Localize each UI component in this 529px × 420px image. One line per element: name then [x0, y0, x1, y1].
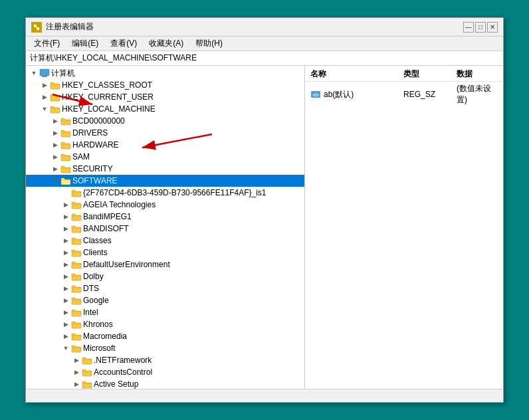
- expand-btn[interactable]: ▶: [39, 92, 50, 102]
- menu-help[interactable]: 帮助(H): [190, 37, 228, 51]
- tree-item-label: Classes: [83, 236, 302, 245]
- expand-btn[interactable]: ▶: [60, 319, 71, 330]
- tree-item-classes[interactable]: ▶ Classes: [26, 235, 304, 247]
- expand-btn[interactable]: ▶: [39, 80, 50, 90]
- folder-icon: [71, 320, 82, 329]
- svg-text:ab: ab: [313, 92, 319, 98]
- expand-btn[interactable]: ▶: [71, 379, 82, 389]
- expand-btn[interactable]: ▶: [50, 163, 60, 174]
- tree-item-label: BandiMPEG1: [83, 212, 302, 221]
- window-title: 注册表编辑器: [46, 21, 94, 33]
- tree-item-dolby[interactable]: ▶ Dolby: [26, 270, 304, 282]
- tree-item-label: SECURITY: [72, 164, 302, 173]
- expand-btn[interactable]: ▶: [50, 128, 60, 138]
- registry-value-row[interactable]: ab ab(默认) REG_SZ (数值未设置): [305, 82, 503, 107]
- expand-btn[interactable]: ▶: [60, 295, 71, 306]
- tree-item-intel[interactable]: ▶ Intel: [26, 306, 304, 318]
- collapse-btn[interactable]: ▼: [29, 68, 39, 78]
- folder-icon: [71, 284, 82, 293]
- tree-item-bandimpeg1[interactable]: ▶ BandiMPEG1: [26, 211, 304, 223]
- status-bar: [26, 389, 503, 402]
- tree-item-label: Active Setup: [94, 379, 302, 389]
- expand-btn[interactable]: ▶: [60, 259, 71, 270]
- tree-item-sam[interactable]: ▶ SAM: [26, 151, 304, 163]
- tree-item-bcd00000000[interactable]: ▶ BCD00000000: [26, 115, 304, 127]
- tree-item-label: BCD00000000: [72, 116, 302, 126]
- tree-item-dts[interactable]: ▶ DTS: [26, 282, 304, 294]
- menu-file[interactable]: 文件(F): [29, 37, 65, 51]
- expand-btn[interactable]: ▶: [50, 152, 60, 162]
- tree-item-google[interactable]: ▶ Google: [26, 294, 304, 306]
- expand-btn[interactable]: ▶: [60, 283, 71, 294]
- tree-item-bandisoft[interactable]: ▶ BANDISOFT: [26, 223, 304, 235]
- tree-item-guid[interactable]: {2F767CD4-6DB3-459D-B730-9566FE11F4AF}_i…: [26, 187, 304, 199]
- menu-favorites[interactable]: 收藏夹(A): [144, 37, 189, 51]
- expand-btn[interactable]: ▶: [60, 271, 71, 282]
- expand-btn[interactable]: ▶: [50, 116, 60, 126]
- expand-btn[interactable]: ▶: [60, 307, 71, 318]
- tree-item-drivers[interactable]: ▶ DRIVERS: [26, 127, 304, 139]
- main-content: ▼ 计算机▶ HKEY_CLASSES_ROOT▶ HKEY_CURRENT_U…: [26, 66, 503, 389]
- tree-item-label: HKEY_CLASSES_ROOT: [62, 80, 302, 90]
- svg-rect-4: [42, 76, 47, 77]
- tree-item-hkey_current_user[interactable]: ▶ HKEY_CURRENT_USER: [26, 91, 304, 103]
- folder-icon: [71, 272, 82, 281]
- tree-item-active_setup[interactable]: ▶ Active Setup: [26, 378, 304, 389]
- folder-icon: [60, 140, 71, 150]
- folder-icon: [71, 188, 82, 197]
- folder-icon: [71, 332, 82, 341]
- tree-item-label: Clients: [83, 248, 302, 257]
- expand-btn[interactable]: ▶: [60, 331, 71, 342]
- expand-btn[interactable]: ▶: [60, 199, 71, 210]
- tree-item-accountscontrol[interactable]: ▶ AccountsControl: [26, 366, 304, 378]
- close-button[interactable]: ✕: [487, 22, 498, 33]
- title-bar-left: 注册表编辑器: [31, 21, 94, 33]
- expand-btn[interactable]: ▶: [60, 247, 71, 258]
- expand-btn[interactable]: ▶: [50, 140, 60, 150]
- tree-item-security[interactable]: ▶ SECURITY: [26, 163, 304, 175]
- title-bar: 注册表编辑器 — □ ✕: [26, 18, 503, 37]
- folder-icon: [71, 308, 82, 317]
- tree-pane[interactable]: ▼ 计算机▶ HKEY_CLASSES_ROOT▶ HKEY_CURRENT_U…: [26, 66, 305, 389]
- menu-edit[interactable]: 编辑(E): [66, 37, 104, 51]
- value-type: REG_SZ: [403, 90, 457, 99]
- expand-btn[interactable]: ▶: [71, 367, 82, 377]
- collapse-btn[interactable]: ▼: [60, 343, 71, 354]
- minimize-button[interactable]: —: [463, 22, 474, 33]
- folder-icon: [71, 224, 82, 233]
- tree-item-microsoft[interactable]: ▼ Microsoft: [26, 342, 304, 354]
- menu-view[interactable]: 查看(V): [105, 37, 142, 51]
- registry-editor-window: 注册表编辑器 — □ ✕ 文件(F) 编辑(E) 查看(V) 收藏夹(A) 帮助…: [25, 17, 504, 403]
- tree-item-ageia[interactable]: ▶ AGEIA Technologies: [26, 199, 304, 211]
- tree-item-clients[interactable]: ▶ Clients: [26, 247, 304, 259]
- tree-item-computer[interactable]: ▼ 计算机: [26, 67, 304, 79]
- collapse-btn[interactable]: ▼: [50, 175, 60, 186]
- value-data: (数值未设置): [457, 83, 498, 106]
- right-pane-header: 名称 类型 数据: [305, 67, 503, 82]
- tree-item-label: Google: [83, 296, 302, 305]
- tree-item-label: Dolby: [83, 272, 302, 281]
- tree-item-label: HKEY_CURRENT_USER: [62, 92, 302, 102]
- expand-btn[interactable]: ▶: [60, 211, 71, 222]
- tree-item-software[interactable]: ▼ SOFTWARE: [26, 175, 304, 187]
- folder-icon: [60, 116, 71, 126]
- expand-btn[interactable]: ▶: [71, 355, 82, 366]
- tree-item-label: BANDISOFT: [83, 224, 302, 233]
- tree-item-netframework[interactable]: ▶ .NETFramework: [26, 354, 304, 366]
- expand-btn[interactable]: ▶: [60, 223, 71, 234]
- tree-item-macromedia[interactable]: ▶ Macromedia: [26, 330, 304, 342]
- tree-item-label: {2F767CD4-6DB3-459D-B730-9566FE11F4AF}_i…: [83, 188, 302, 197]
- tree-item-hardware[interactable]: ▶ HARDWARE: [26, 139, 304, 151]
- tree-item-hkey_local_machine[interactable]: ▼ HKEY_LOCAL_MACHINE: [26, 103, 304, 115]
- folder-icon: [60, 152, 71, 161]
- expand-btn[interactable]: ▶: [60, 235, 71, 246]
- header-data: 数据: [457, 68, 498, 80]
- folder-icon: [60, 128, 71, 138]
- tree-item-hkey_classes_root[interactable]: ▶ HKEY_CLASSES_ROOT: [26, 79, 304, 91]
- tree-item-khronos[interactable]: ▶ Khronos: [26, 318, 304, 330]
- value-name: ab ab(默认): [310, 89, 403, 100]
- maximize-button[interactable]: □: [475, 22, 486, 33]
- tree-item-defaultuserenvironment[interactable]: ▶ DefaultUserEnvironment: [26, 259, 304, 270]
- app-icon: [31, 22, 42, 33]
- collapse-btn[interactable]: ▼: [39, 104, 50, 114]
